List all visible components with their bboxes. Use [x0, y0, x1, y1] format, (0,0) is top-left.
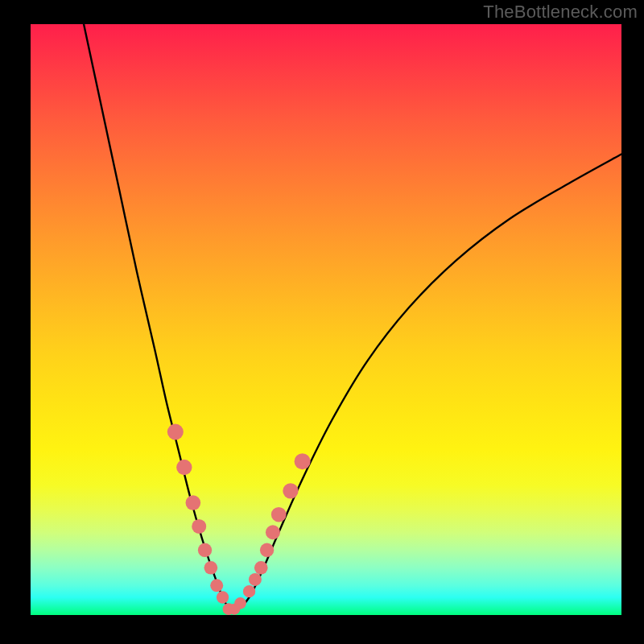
highlight-marker	[266, 525, 280, 539]
highlight-marker	[249, 573, 262, 586]
highlight-marker	[217, 591, 229, 603]
chart-outer: TheBottleneck.com	[0, 0, 644, 644]
highlight-marker	[295, 453, 311, 469]
highlight-marker	[271, 507, 287, 522]
bottleneck-curve-path	[84, 24, 621, 609]
highlight-marker	[192, 519, 206, 534]
highlight-marker	[198, 543, 212, 557]
highlight-marker	[176, 460, 192, 475]
highlight-marker	[186, 495, 201, 510]
highlight-marker	[283, 483, 298, 498]
curve-svg	[31, 24, 621, 615]
markers-group	[167, 423, 311, 615]
highlight-marker	[167, 423, 184, 440]
highlight-marker	[243, 585, 255, 597]
highlight-marker	[260, 543, 274, 557]
attribution-text: TheBottleneck.com	[483, 2, 638, 23]
highlight-marker	[254, 561, 268, 575]
highlight-marker	[210, 579, 223, 592]
highlight-marker	[234, 597, 246, 609]
plot-gradient-area	[31, 24, 621, 615]
curve-group	[84, 24, 621, 609]
highlight-marker	[204, 561, 218, 575]
